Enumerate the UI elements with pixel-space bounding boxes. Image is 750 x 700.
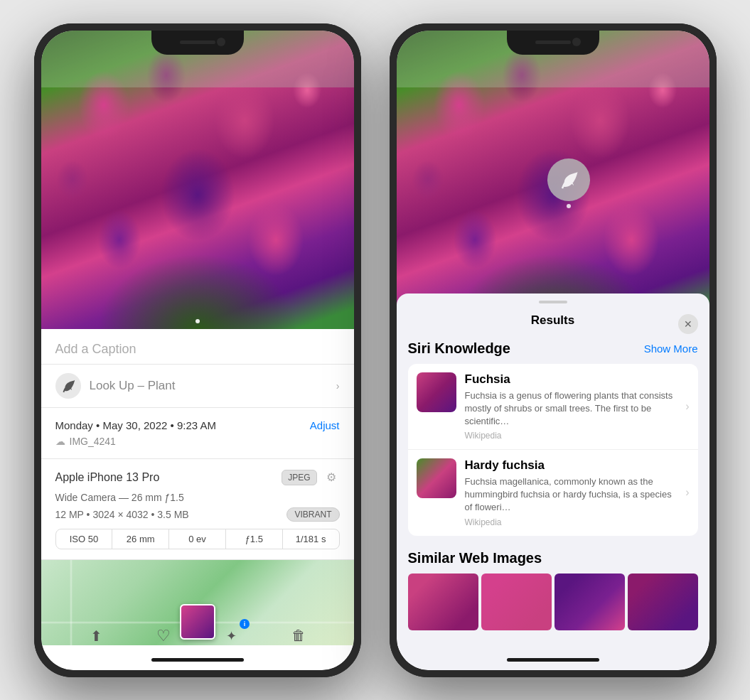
page-dot <box>195 319 200 323</box>
mp-spec: 12 MP • 3024 × 4032 • 3.5 MB <box>55 509 189 520</box>
similar-image-4[interactable] <box>628 574 698 630</box>
exif-mm: 26 mm <box>112 529 169 549</box>
front-camera <box>572 38 581 46</box>
photo-info-section: Monday • May 30, 2022 • 9:23 AM Adjust ☁… <box>41 408 354 459</box>
toolbar: i <box>41 622 354 650</box>
info-button[interactable]: i <box>217 622 245 650</box>
knowledge-text-fuchsia: Fuchsia Fuchsia is a genus of flowering … <box>465 372 680 441</box>
siri-knowledge-section: Siri Knowledge Show More Fuchsia Fuchsia… <box>397 335 709 544</box>
left-phone: Add a Caption Look Up – Plant › Monday •… <box>34 23 361 677</box>
similar-section: Similar Web Images <box>397 544 709 630</box>
exif-ev: 0 ev <box>169 529 226 549</box>
delete-button[interactable] <box>284 622 313 650</box>
device-badges: JPEG ⚙ <box>282 469 339 486</box>
lookup-chevron: › <box>336 380 340 392</box>
home-indicator[interactable] <box>151 658 244 662</box>
knowledge-name-hardy: Hardy fuchsia <box>465 458 680 473</box>
exif-aperture: ƒ1.5 <box>226 529 283 549</box>
exif-shutter: 1/181 s <box>283 529 339 549</box>
flower-photo-right[interactable] <box>397 31 709 329</box>
lookup-row[interactable]: Look Up – Plant › <box>41 365 354 408</box>
info-badge: i <box>240 619 250 629</box>
knowledge-source-hardy: Wikipedia <box>465 517 680 527</box>
leaf-siri-icon <box>558 169 579 190</box>
lookup-label: Look Up – <box>90 379 145 392</box>
knowledge-text-hardy: Hardy fuchsia Fuchsia magellanica, commo… <box>465 458 680 527</box>
speaker <box>180 41 215 44</box>
notch <box>151 31 244 55</box>
chevron-right-icon-2: › <box>685 486 689 499</box>
speaker <box>535 41 571 44</box>
device-name: Apple iPhone 13 Pro <box>55 471 160 484</box>
vibrant-badge: VIBRANT <box>286 507 339 522</box>
section-header: Siri Knowledge Show More <box>408 335 698 364</box>
exif-row: ISO 50 26 mm 0 ev ƒ1.5 1/181 s <box>55 529 340 549</box>
jpeg-badge: JPEG <box>282 470 316 485</box>
knowledge-thumb-hardy <box>417 458 456 498</box>
siri-circle[interactable] <box>547 158 590 201</box>
exif-iso: ISO 50 <box>56 529 113 549</box>
right-phone: Results ✕ Siri Knowledge Show More <box>390 23 717 677</box>
caption-placeholder[interactable]: Add a Caption <box>55 342 136 356</box>
phones-container: Add a Caption Look Up – Plant › Monday •… <box>34 23 717 677</box>
siri-knowledge-title: Siri Knowledge <box>408 340 510 357</box>
results-header: Results ✕ <box>397 303 709 335</box>
knowledge-card: Fuchsia Fuchsia is a genus of flowering … <box>408 364 698 536</box>
similar-image-1[interactable] <box>408 574 478 630</box>
right-screen: Results ✕ Siri Knowledge Show More <box>397 31 709 670</box>
filename: IMG_4241 <box>70 436 116 447</box>
results-sheet[interactable]: Results ✕ Siri Knowledge Show More <box>397 294 709 670</box>
front-camera <box>217 38 225 46</box>
notch <box>507 31 599 55</box>
flower-photo-left[interactable] <box>41 31 354 329</box>
show-more-button[interactable]: Show More <box>644 343 698 355</box>
similar-images-row <box>408 574 698 630</box>
siri-dot <box>567 204 571 208</box>
photo-date: Monday • May 30, 2022 • 9:23 AM <box>55 419 216 431</box>
left-screen: Add a Caption Look Up – Plant › Monday •… <box>41 31 354 670</box>
knowledge-item-hardy[interactable]: Hardy fuchsia Fuchsia magellanica, commo… <box>408 450 698 536</box>
leaf-icon <box>60 378 76 394</box>
caption-area[interactable]: Add a Caption <box>41 329 354 365</box>
knowledge-item-fuchsia[interactable]: Fuchsia Fuchsia is a genus of flowering … <box>408 364 698 451</box>
similar-image-2[interactable] <box>481 574 552 630</box>
similar-section-header: Similar Web Images <box>408 544 698 574</box>
cloud-icon: ☁ <box>55 436 65 447</box>
knowledge-thumb-fuchsia <box>417 372 456 412</box>
similar-image-3[interactable] <box>555 574 625 630</box>
similar-title: Similar Web Images <box>408 550 542 566</box>
results-title: Results <box>531 313 574 328</box>
settings-icon[interactable]: ⚙ <box>323 469 340 486</box>
camera-specs: Wide Camera — 26 mm ƒ1.5 <box>55 492 340 503</box>
knowledge-desc-fuchsia: Fuchsia is a genus of flowering plants t… <box>465 389 680 429</box>
device-info-section: Apple iPhone 13 Pro JPEG ⚙ Wide Camera —… <box>41 459 354 560</box>
knowledge-source-fuchsia: Wikipedia <box>465 431 680 441</box>
lookup-text: Look Up – Plant <box>90 379 176 393</box>
chevron-right-icon: › <box>685 400 689 413</box>
close-button[interactable]: ✕ <box>678 314 698 334</box>
lookup-icon-circle <box>55 373 81 399</box>
home-indicator[interactable] <box>507 658 599 662</box>
adjust-button[interactable]: Adjust <box>310 419 340 431</box>
knowledge-desc-hardy: Fuchsia magellanica, commonly known as t… <box>465 475 680 515</box>
lookup-subject: Plant <box>144 379 175 392</box>
favorite-button[interactable] <box>149 622 178 650</box>
share-button[interactable] <box>82 622 110 650</box>
knowledge-name-fuchsia: Fuchsia <box>465 372 680 387</box>
mp-row: 12 MP • 3024 × 4032 • 3.5 MB VIBRANT <box>55 507 340 522</box>
